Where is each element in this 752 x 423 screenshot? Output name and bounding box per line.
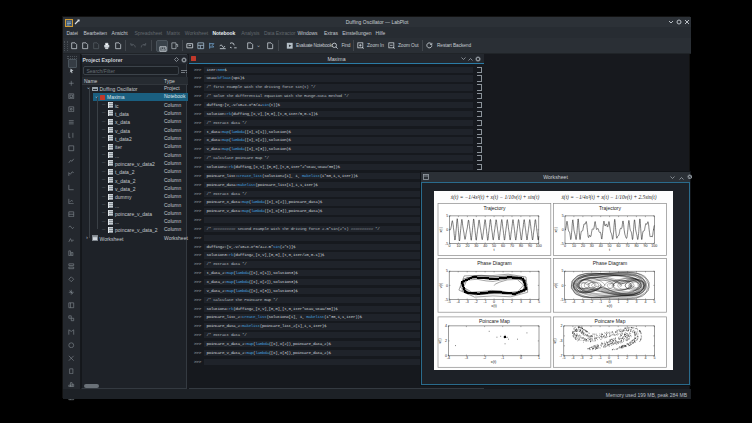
- svg-text:-1: -1: [501, 356, 504, 360]
- svg-text:-5: -5: [560, 298, 563, 302]
- svg-text:ẋ(t) = −1/4x³(t) + x(t) − 1/10: ẋ(t) = −1/4x³(t) + x(t) − 1/10v(t) + 2.5…: [560, 194, 656, 201]
- svg-text:0: 0: [520, 356, 522, 360]
- svg-text:-5: -5: [562, 356, 565, 360]
- svg-text:x(t): x(t): [439, 226, 443, 232]
- svg-text:100: 100: [536, 244, 542, 248]
- svg-text:5: 5: [538, 300, 540, 304]
- svg-text:-3: -3: [466, 300, 469, 304]
- svg-text:x(t): x(t): [607, 304, 613, 308]
- svg-text:80: 80: [634, 244, 638, 248]
- svg-text:40: 40: [483, 244, 487, 248]
- svg-text:5: 5: [654, 356, 656, 360]
- svg-text:-5: -5: [445, 242, 448, 246]
- svg-text:1: 1: [538, 356, 540, 360]
- svg-text:x(t): x(t): [606, 360, 612, 364]
- svg-text:-5: -5: [445, 298, 448, 302]
- svg-text:0: 0: [446, 284, 448, 288]
- svg-text:-3: -3: [559, 339, 562, 343]
- svg-text:-4: -4: [571, 356, 574, 360]
- svg-text:60: 60: [617, 244, 621, 248]
- svg-text:-4: -4: [447, 356, 450, 360]
- svg-text:3: 3: [520, 300, 522, 304]
- svg-text:4: 4: [445, 324, 447, 328]
- svg-text:x(t): x(t): [555, 226, 559, 232]
- svg-text:-3: -3: [465, 356, 468, 360]
- svg-text:100: 100: [651, 244, 657, 248]
- svg-text:20: 20: [465, 244, 469, 248]
- svg-text:40: 40: [599, 244, 603, 248]
- svg-text:v(t): v(t): [438, 337, 442, 343]
- svg-text:-1: -1: [598, 356, 601, 360]
- svg-text:2: 2: [445, 339, 447, 343]
- svg-text:30: 30: [590, 244, 594, 248]
- svg-text:-4: -4: [457, 300, 460, 304]
- svg-text:-5: -5: [563, 300, 566, 304]
- svg-text:90: 90: [643, 244, 647, 248]
- svg-text:-2: -2: [474, 300, 477, 304]
- svg-text:5: 5: [654, 300, 656, 304]
- svg-text:3: 3: [635, 356, 637, 360]
- svg-text:-3: -3: [581, 300, 584, 304]
- svg-text:0: 0: [562, 284, 564, 288]
- svg-text:v(t): v(t): [554, 282, 558, 288]
- svg-text:-2: -2: [483, 356, 486, 360]
- svg-text:70: 70: [626, 244, 630, 248]
- svg-text:3: 3: [636, 300, 638, 304]
- svg-text:-5: -5: [561, 242, 564, 246]
- svg-text:5: 5: [446, 269, 448, 273]
- svg-text:5: 5: [562, 214, 564, 218]
- svg-text:70: 70: [510, 244, 514, 248]
- svg-text:-4: -4: [572, 300, 575, 304]
- svg-text:80: 80: [519, 244, 523, 248]
- svg-text:2: 2: [627, 300, 629, 304]
- svg-text:-2: -2: [589, 356, 592, 360]
- svg-text:1: 1: [502, 300, 504, 304]
- svg-text:0: 0: [449, 244, 451, 248]
- svg-text:20: 20: [581, 244, 585, 248]
- svg-text:4: 4: [644, 356, 646, 360]
- svg-text:1: 1: [617, 356, 619, 360]
- svg-text:x(t): x(t): [491, 304, 497, 308]
- svg-text:90: 90: [528, 244, 532, 248]
- svg-text:Poincare Map: Poincare Map: [479, 318, 510, 324]
- svg-text:-2: -2: [590, 300, 593, 304]
- svg-text:60: 60: [501, 244, 505, 248]
- svg-text:2: 2: [626, 356, 628, 360]
- svg-text:30: 30: [474, 244, 478, 248]
- svg-text:0: 0: [446, 228, 448, 232]
- svg-text:x(t): x(t): [491, 360, 497, 364]
- svg-text:0: 0: [445, 354, 447, 358]
- svg-text:Poincare Map: Poincare Map: [595, 318, 626, 324]
- svg-text:10: 10: [456, 244, 460, 248]
- svg-text:5: 5: [446, 214, 448, 218]
- svg-text:Trajectory: Trajectory: [599, 205, 622, 211]
- svg-text:-7: -7: [559, 354, 562, 358]
- svg-text:4: 4: [645, 300, 647, 304]
- svg-text:2: 2: [561, 324, 563, 328]
- svg-text:10: 10: [572, 244, 576, 248]
- svg-text:0: 0: [564, 244, 566, 248]
- svg-text:0: 0: [562, 228, 564, 232]
- svg-text:v(t): v(t): [553, 337, 557, 343]
- svg-text:2: 2: [511, 300, 513, 304]
- svg-text:v(t): v(t): [439, 282, 443, 288]
- svg-text:ẋ(t) = −1/4x³(t) + x(t) − 1/10: ẋ(t) = −1/4x³(t) + x(t) − 1/10v(t) + sin…: [450, 194, 540, 201]
- svg-text:5: 5: [562, 269, 564, 273]
- svg-text:4: 4: [529, 300, 531, 304]
- svg-text:-5: -5: [448, 300, 451, 304]
- svg-text:-1: -1: [483, 300, 486, 304]
- svg-text:1: 1: [618, 300, 620, 304]
- svg-text:Phase Diagram: Phase Diagram: [477, 260, 511, 266]
- svg-text:Phase Diagram: Phase Diagram: [593, 260, 627, 266]
- svg-text:Trajectory: Trajectory: [483, 205, 506, 211]
- svg-text:-3: -3: [580, 356, 583, 360]
- svg-text:-1: -1: [599, 300, 602, 304]
